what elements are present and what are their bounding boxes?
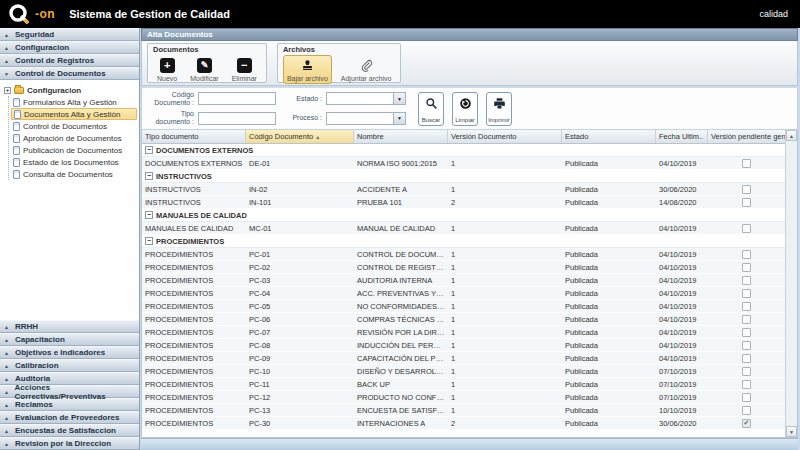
tree-item-publicacion-de-documentos[interactable]: Publicación de Documentos xyxy=(11,144,137,156)
vertical-scrollbar[interactable]: ▲ ▼ xyxy=(785,130,797,437)
eliminar-button[interactable]: − Eliminar xyxy=(228,55,261,84)
cell-version-pendiente xyxy=(708,263,785,272)
pendiente-checkbox[interactable] xyxy=(742,354,751,363)
tree-item-control-de-documentos[interactable]: Control de Documentos xyxy=(11,120,137,132)
tree-item-formularios-alta-y-gestion[interactable]: Formularios Alta y Gestión xyxy=(11,96,137,108)
imprimir-button[interactable]: Imprimir xyxy=(486,92,512,126)
pendiente-checkbox[interactable] xyxy=(742,341,751,350)
adjuntar-archivo-button[interactable]: Adjuntar archivo xyxy=(337,55,396,84)
sidebar-section-capacitacion[interactable]: ▲Capacitacion xyxy=(0,333,139,346)
estado-select[interactable]: ▼ xyxy=(326,92,406,105)
collapse-icon[interactable]: − xyxy=(145,172,153,180)
column-header-tipo-documento[interactable]: Tipo documento xyxy=(142,130,246,143)
pendiente-checkbox[interactable] xyxy=(742,380,751,389)
pendiente-checkbox[interactable] xyxy=(742,185,751,194)
pendiente-checkbox[interactable] xyxy=(742,289,751,298)
table-row-pc-04[interactable]: PROCEDIMIENTOSPC-04ACC. PREVENTIVAS Y OP… xyxy=(142,287,785,300)
cell-codigo-documento: PC-01 xyxy=(246,250,354,259)
table-row-de-01[interactable]: DOCUMENTOS EXTERNOSDE-01NORMA ISO 9001:2… xyxy=(142,157,785,170)
table-row-mc-01[interactable]: MANUALES DE CALIDADMC-01MANUAL DE CALIDA… xyxy=(142,222,785,235)
tree-root-configuracion[interactable]: + Configuracion xyxy=(4,84,137,96)
tree-item-consulta-de-documentos[interactable]: Consulta de Documentos xyxy=(11,168,137,180)
limpiar-button[interactable]: Limpiar xyxy=(452,92,478,126)
group-row-documentos-externos[interactable]: −DOCUMENTOS EXTERNOS xyxy=(142,144,785,157)
sidebar-section-evaluacion-de-proveedores[interactable]: ▲Evaluacion de Proveedores xyxy=(0,411,139,424)
pendiente-checkbox[interactable] xyxy=(742,302,751,311)
sidebar-section-objetivos-e-indicadores[interactable]: ▲Objetivos e Indicadores xyxy=(0,346,139,359)
column-header-fecha[interactable]: Fecha Ultim.. xyxy=(656,130,708,143)
column-header-nombre[interactable]: Nombre xyxy=(354,130,448,143)
proceso-select[interactable]: ▼ xyxy=(326,112,406,125)
cell-tipo-documento: PROCEDIMIENTOS xyxy=(142,302,246,311)
table-row-pc-08[interactable]: PROCEDIMIENTOSPC-08INDUCCIÓN DEL PERSONA… xyxy=(142,339,785,352)
pendiente-checkbox[interactable] xyxy=(742,367,751,376)
pendiente-checkbox[interactable] xyxy=(742,315,751,324)
group-row-procedimientos[interactable]: −PROCEDIMIENTOS xyxy=(142,235,785,248)
column-header-estado[interactable]: Estado xyxy=(562,130,656,143)
pendiente-checkbox[interactable] xyxy=(742,198,751,207)
cell-version-pendiente xyxy=(708,276,785,285)
codigo-documento-input[interactable] xyxy=(198,92,276,105)
tipo-documento-input[interactable] xyxy=(198,112,276,125)
table-row-pc-07[interactable]: PROCEDIMIENTOSPC-07REVISIÓN POR LA DIREC… xyxy=(142,326,785,339)
sidebar-section-seguridad[interactable]: ▲Seguridad xyxy=(0,28,139,41)
table-row-pc-03[interactable]: PROCEDIMIENTOSPC-03AUDITORIA INTERNA1Pub… xyxy=(142,274,785,287)
group-row-manuales-de-calidad[interactable]: −MANUALES DE CALIDAD xyxy=(142,209,785,222)
chevron-down-icon[interactable]: ▼ xyxy=(393,113,405,124)
pendiente-checkbox[interactable]: ✔ xyxy=(742,419,751,428)
sidebar-section-encuestas-de-satisfaccion[interactable]: ▲Encuestas de Satisfaccion xyxy=(0,424,139,437)
tree-item-estado-de-los-documentos[interactable]: Estado de los Documentos xyxy=(11,156,137,168)
search-icon xyxy=(425,97,438,111)
column-header-codigo-documento[interactable]: Código Documento▲ xyxy=(246,130,354,143)
table-row-pc-12[interactable]: PROCEDIMIENTOSPC-12PRODUCTO NO CONFORME1… xyxy=(142,391,785,404)
sidebar-section-calibracion[interactable]: ▲Calibracion xyxy=(0,359,139,372)
column-header-version-pendiente[interactable]: Versión pendiente generación xyxy=(708,130,785,143)
collapse-icon[interactable]: − xyxy=(145,146,153,154)
column-header-version-documento[interactable]: Versión Documento xyxy=(448,130,562,143)
pendiente-checkbox[interactable] xyxy=(742,159,751,168)
table-row-in-02[interactable]: INSTRUCTIVOSIN-02ACCIDENTE A1Publicada30… xyxy=(142,183,785,196)
modificar-button[interactable]: ✎ Modificar xyxy=(186,55,222,84)
table-row-pc-11[interactable]: PROCEDIMIENTOSPC-11BACK UP1Publicada07/1… xyxy=(142,378,785,391)
button-label: Adjuntar archivo xyxy=(341,75,392,82)
pendiente-checkbox[interactable] xyxy=(742,224,751,233)
sidebar-section-rrhh[interactable]: ▲RRHH xyxy=(0,320,139,333)
table-row-pc-01[interactable]: PROCEDIMIENTOSPC-01CONTROL DE DOCUMENTO1… xyxy=(142,248,785,261)
table-row-in-101[interactable]: INSTRUCTIVOSIN-101PRUEBA 1012Publicada14… xyxy=(142,196,785,209)
table-row-pc-06[interactable]: PROCEDIMIENTOSPC-06COMPRAS TÉCNICAS Y PR… xyxy=(142,313,785,326)
buscar-button[interactable]: Buscar xyxy=(418,92,444,126)
table-row-pc-05[interactable]: PROCEDIMIENTOSPC-05NO CONFORMIDADES Y AC… xyxy=(142,300,785,313)
section-label: Capacitacion xyxy=(15,335,65,344)
tree-item-documentos-alta-y-gestion[interactable]: Documentos Alta y Gestión xyxy=(11,108,137,120)
table-row-pc-13[interactable]: PROCEDIMIENTOSPC-13ENCUESTA DE SATISFACC… xyxy=(142,404,785,417)
collapse-icon[interactable]: − xyxy=(145,237,153,245)
cell-version-pendiente xyxy=(708,406,785,415)
nuevo-button[interactable]: + Nuevo xyxy=(153,55,181,84)
table-header-row: Tipo documento Código Documento▲ Nombre … xyxy=(142,130,785,144)
expand-icon[interactable]: + xyxy=(4,87,11,94)
scroll-up-icon[interactable]: ▲ xyxy=(786,130,797,141)
table-row-pc-09[interactable]: PROCEDIMIENTOSPC-09CAPACITACIÓN DEL PERS… xyxy=(142,352,785,365)
sidebar-section-control-de-registros[interactable]: ▲Control de Registros xyxy=(0,54,139,67)
refresh-icon xyxy=(459,97,472,111)
sidebar-section-revision-por-la-direccion[interactable]: ▲Revision por la Direccion xyxy=(0,437,139,450)
pendiente-checkbox[interactable] xyxy=(742,406,751,415)
table-row-pc-10[interactable]: PROCEDIMIENTOSPC-10DISEÑO Y DESARROLLO1P… xyxy=(142,365,785,378)
tree-item-aprobacion-de-documentos[interactable]: Aprobación de Documentos xyxy=(11,132,137,144)
pendiente-checkbox[interactable] xyxy=(742,276,751,285)
pendiente-checkbox[interactable] xyxy=(742,328,751,337)
pendiente-checkbox[interactable] xyxy=(742,250,751,259)
scroll-down-icon[interactable]: ▼ xyxy=(786,426,797,437)
group-row-instructivos[interactable]: −INSTRUCTIVOS xyxy=(142,170,785,183)
sidebar-section-acciones-correctivas-preventivas[interactable]: ▲Acciones Correctivas/Preventivas xyxy=(0,385,139,398)
sidebar-section-configuracion[interactable]: ▲Configuracion xyxy=(0,41,139,54)
pendiente-checkbox[interactable] xyxy=(742,393,751,402)
sidebar-section-control-de-documentos[interactable]: ▼Control de Documentos xyxy=(0,67,139,80)
table-row-pc-02[interactable]: PROCEDIMIENTOSPC-02CONTROL DE REGISTROS1… xyxy=(142,261,785,274)
cell-estado: Publicada xyxy=(562,198,656,207)
pendiente-checkbox[interactable] xyxy=(742,263,751,272)
collapse-icon[interactable]: − xyxy=(145,211,153,219)
table-row-pc-30[interactable]: PROCEDIMIENTOSPC-30INTERNACIONES A2Publi… xyxy=(142,417,785,430)
chevron-down-icon[interactable]: ▼ xyxy=(393,93,405,104)
bajar-archivo-button[interactable]: Bajar archivo xyxy=(283,55,332,84)
